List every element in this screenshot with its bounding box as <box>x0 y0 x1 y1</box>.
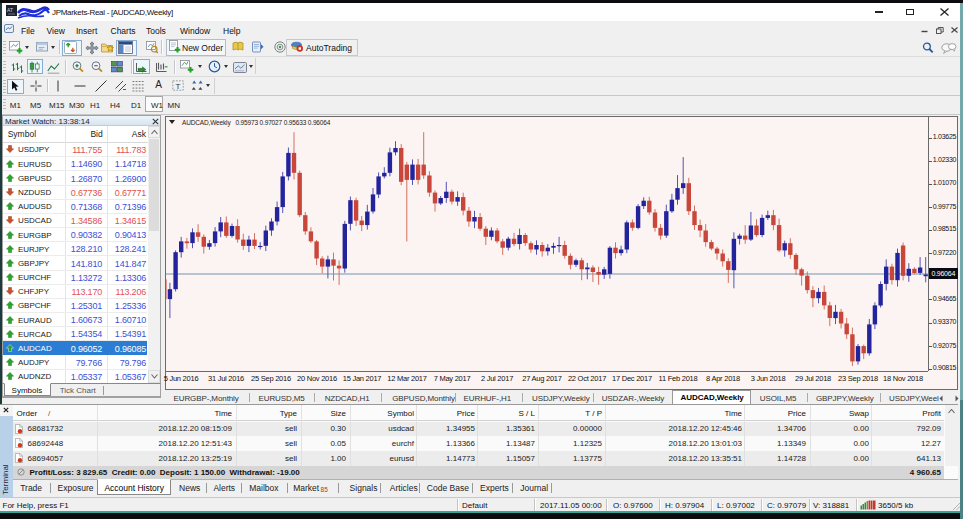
svg-text:T: T <box>176 81 181 90</box>
svg-text:A: A <box>155 79 162 90</box>
svg-text:AT: AT <box>7 7 13 13</box>
